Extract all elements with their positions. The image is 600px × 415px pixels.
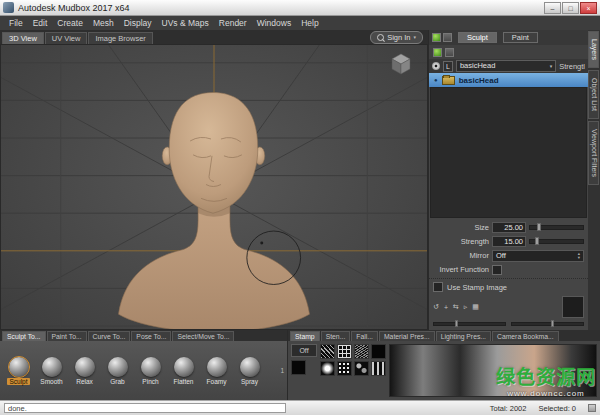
size-value-field[interactable]: 25.00 [492,222,526,233]
menu-mesh[interactable]: Mesh [88,18,119,28]
stamp-thumbnail[interactable] [371,344,386,359]
tab-image-browser[interactable]: Image Browser [88,32,152,44]
stamp-grid-icon[interactable]: ▦ [472,303,479,311]
stamp-preview-strip[interactable] [389,344,597,397]
tray-tab-falloff[interactable]: Fall... [351,331,378,341]
tool-flatten[interactable]: Flatten [168,357,199,385]
menu-windows[interactable]: Windows [252,18,296,28]
tool-pinch[interactable]: Pinch [135,357,166,385]
stamp-thumbnail[interactable] [337,344,352,359]
menu-uvs-maps[interactable]: UVs & Maps [157,18,214,28]
stamp-thumbnail[interactable] [337,361,352,376]
size-slider[interactable] [529,225,584,230]
strength-label: Strength [433,237,489,246]
menu-help[interactable]: Help [296,18,323,28]
stamp-thumbnail[interactable] [354,361,369,376]
tool-properties: Size 25.00 Strength 15.00 Mirror Off ▴▾ [429,218,588,278]
mudbox-window: Autodesk Mudbox 2017 x64 – □ × File Edit… [0,0,600,415]
viewport-column: 3D View UV View Image Browser Sign In ▾ [0,30,428,330]
tool-smooth[interactable]: Smooth [36,357,67,385]
sign-in-button[interactable]: Sign In ▾ [370,31,423,44]
tab-uv-view[interactable]: UV View [45,32,88,44]
menu-create[interactable]: Create [52,18,88,28]
strength-slider[interactable] [529,239,584,244]
tray-tab-camera-bookmarks[interactable]: Camera Bookma... [492,331,559,341]
stamp-thumbnail[interactable] [371,361,386,376]
tray-tab-stamp[interactable]: Stamp [290,331,320,341]
layer-list-area[interactable] [430,87,587,218]
chevron-down-icon: ▾ [550,64,553,69]
viewport-scene [1,45,427,329]
minimize-button[interactable]: – [544,2,561,14]
tool-sculpt[interactable]: Sculpt [3,357,34,385]
stamp-thumbnail[interactable] [291,360,306,375]
tab-sculpt[interactable]: Sculpt [458,32,497,43]
tray-tab-material-presets[interactable]: Material Pres... [379,331,435,341]
visibility-eye-icon[interactable] [432,62,440,70]
tab-paint[interactable]: Paint [503,32,538,43]
layer-folder-icon [442,76,455,85]
side-tab-layers[interactable]: Layers [588,31,599,68]
stamp-preview-thumbnail[interactable] [562,296,584,318]
tool-spray[interactable]: Spray [234,357,265,385]
swap-stamp-icon[interactable]: ⇆ [453,303,459,311]
layer-selector-dropdown[interactable]: basicHead ▾ [456,60,556,72]
spinner-arrows-icon[interactable]: ▴▾ [578,252,580,260]
tray-tab-stencil[interactable]: Sten... [321,331,351,341]
tray-tab-paint-tools[interactable]: Paint To... [47,331,87,341]
tab-3d-view[interactable]: 3D View [2,32,44,44]
new-layer-icon[interactable] [432,33,441,42]
side-tab-object-list[interactable]: Object List [588,70,599,119]
panel-tab-row: Sculpt Paint [429,30,588,45]
add-stamp-icon[interactable]: + [444,304,448,311]
view-cube[interactable] [389,51,413,75]
grab-tool-icon [108,357,128,377]
relax-tool-icon [75,357,95,377]
tray-tab-curve-tools[interactable]: Curve To... [88,331,131,341]
stamp-thumbnail-grid [320,344,386,397]
mirror-property-row: Mirror Off ▴▾ [433,250,584,261]
3d-viewport[interactable] [0,44,428,330]
play-stamp-icon[interactable]: ▹ [464,303,468,311]
menu-display[interactable]: Display [119,18,157,28]
mirror-dropdown[interactable]: Off ▴▾ [492,250,584,262]
menu-edit[interactable]: Edit [28,18,53,28]
flatten-tool-icon [174,357,194,377]
duplicate-layer-icon[interactable] [445,48,454,57]
tray-tab-sculpt-tools[interactable]: Sculpt To... [2,331,46,341]
strength-value-field[interactable]: 15.00 [492,236,526,247]
size-property-row: Size 25.00 [433,222,584,233]
tray-tab-pose-tools[interactable]: Pose To... [131,331,171,341]
status-counts: Total: 2002 Selected: 0 [490,404,596,413]
stamp-tray-content: Off [288,341,600,400]
menu-file[interactable]: File [4,18,28,28]
stamp-off-button[interactable]: Off [291,344,317,357]
stamp-tray: Stamp Sten... Fall... Material Pres... L… [288,330,600,400]
use-stamp-checkbox[interactable] [433,282,443,292]
tray-tab-select-move-tools[interactable]: Select/Move To... [172,331,234,341]
window-title: Autodesk Mudbox 2017 x64 [18,3,543,13]
menu-render[interactable]: Render [214,18,252,28]
folder-icon[interactable] [443,33,452,42]
tool-foamy[interactable]: Foamy [201,357,232,385]
tray-tab-lighting-presets[interactable]: Lighting Pres... [436,331,491,341]
mudbox-logo-icon [3,2,14,13]
stamp-thumbnail[interactable] [354,344,369,359]
invert-function-checkbox[interactable] [492,265,502,275]
stamp-slider-2[interactable] [511,322,584,326]
close-button[interactable]: × [580,2,597,14]
properties-panel: Sculpt Paint L basicHead ▾ Strengtl ● ba… [428,30,588,330]
tool-grab[interactable]: Grab [102,357,133,385]
stamp-thumbnail[interactable] [320,344,335,359]
layer-item-basichead[interactable]: ● basicHead [429,73,588,87]
add-layer-icon[interactable] [433,48,442,57]
stamp-slider-1[interactable] [433,322,506,326]
maximize-button[interactable]: □ [562,2,579,14]
spray-tool-icon [240,357,260,377]
stamp-off-column: Off [291,344,317,397]
reset-stamp-icon[interactable]: ↺ [433,303,439,311]
tool-relax[interactable]: Relax [69,357,100,385]
side-tab-viewport-filters[interactable]: Viewport Filters [588,121,599,185]
stamp-thumbnail[interactable] [320,361,335,376]
stamp-image-section: Use Stamp Image ↺ + ⇆ ▹ ▦ [429,278,588,330]
